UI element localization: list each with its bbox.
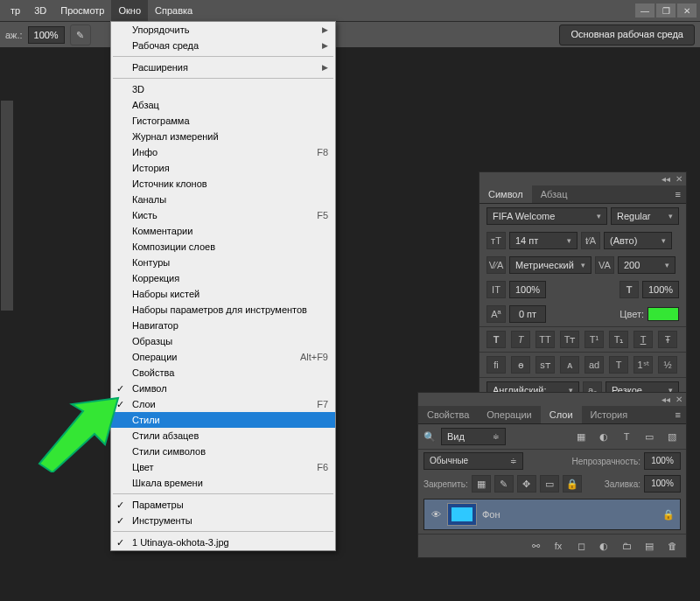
- group-icon[interactable]: 🗀: [618, 538, 635, 554]
- tracking-select[interactable]: 200▾: [618, 256, 676, 274]
- subscript-button[interactable]: T₁: [609, 331, 628, 348]
- tool-icon[interactable]: ✎: [70, 24, 91, 45]
- blend-mode-select[interactable]: Обычные≑: [424, 452, 523, 470]
- menu-item[interactable]: КистьF5: [111, 207, 335, 223]
- menu-item[interactable]: Комментарии: [111, 223, 335, 239]
- filter-shape-icon[interactable]: ▭: [640, 429, 658, 444]
- menu-item[interactable]: ✓Инструменты: [111, 513, 335, 528]
- stylistic-button[interactable]: ᴀ: [560, 356, 579, 374]
- menu-item[interactable]: Композиции слоев: [111, 239, 335, 255]
- filter-type-icon[interactable]: T: [618, 429, 635, 444]
- menu-item[interactable]: Навигатор: [111, 318, 335, 333]
- underline-button[interactable]: T: [634, 331, 653, 348]
- slashed-button[interactable]: ½: [658, 356, 677, 374]
- swash-button[interactable]: sᴛ: [536, 356, 555, 374]
- menu-item[interactable]: Абзац: [111, 97, 335, 113]
- workspace-switcher[interactable]: Основная рабочая среда: [559, 24, 695, 45]
- adjustment-icon[interactable]: ◐: [595, 538, 612, 554]
- delete-icon[interactable]: 🗑: [663, 538, 681, 554]
- tab-history[interactable]: История: [582, 406, 637, 423]
- maximize-button[interactable]: ❐: [656, 3, 676, 17]
- menu-item[interactable]: Коррекция: [111, 270, 335, 286]
- menu-item[interactable]: 3D: [111, 81, 335, 97]
- tab-actions[interactable]: Операции: [478, 406, 540, 423]
- text-color-swatch[interactable]: [648, 307, 679, 321]
- layer-name[interactable]: Фон: [482, 509, 500, 520]
- zoom-input[interactable]: 100%: [28, 26, 65, 44]
- ordinals-button[interactable]: T: [609, 356, 628, 374]
- lock-all-icon[interactable]: 🔒: [563, 475, 582, 493]
- close-button[interactable]: ✕: [677, 3, 696, 17]
- superscript-button[interactable]: T¹: [584, 331, 604, 348]
- menu-item[interactable]: Гистограмма: [111, 113, 335, 129]
- titling-button[interactable]: ad: [584, 356, 604, 374]
- fractions-button[interactable]: 1ˢᵗ: [634, 356, 653, 374]
- tab-character[interactable]: Символ: [480, 185, 532, 203]
- fill-input[interactable]: 100%: [644, 475, 681, 493]
- layer-row[interactable]: 👁 Фон 🔒: [424, 500, 680, 529]
- tab-layers[interactable]: Слои: [541, 406, 582, 423]
- hscale-input[interactable]: 100%: [642, 281, 679, 298]
- menu-item[interactable]: ИнфоF8: [111, 144, 335, 160]
- smallcaps-button[interactable]: Tᴛ: [560, 331, 579, 348]
- italic-button[interactable]: T: [511, 331, 530, 348]
- menu-item[interactable]: ✓Параметры: [111, 497, 335, 513]
- menu-item[interactable]: История: [111, 160, 335, 176]
- panel-menu-icon[interactable]: ≡: [670, 185, 686, 203]
- lock-pixels-icon[interactable]: ▦: [472, 475, 491, 493]
- menu-item[interactable]: Шкала времени: [111, 475, 335, 491]
- menu-item[interactable]: Упорядочить▶: [111, 22, 335, 38]
- lock-artboard-icon[interactable]: ▭: [540, 475, 559, 493]
- menu-item[interactable]: Расширения▶: [111, 59, 335, 75]
- menu-window[interactable]: Окно: [111, 0, 148, 21]
- vscale-input[interactable]: 100%: [509, 281, 546, 298]
- mask-icon[interactable]: ◻: [572, 538, 590, 554]
- menu-item[interactable]: Стили символов: [111, 444, 335, 459]
- tab-properties[interactable]: Свойства: [418, 406, 478, 423]
- menu-item[interactable]: Каналы: [111, 192, 335, 207]
- left-dock[interactable]: [0, 100, 14, 311]
- lock-icon[interactable]: 🔒: [662, 509, 675, 521]
- opacity-input[interactable]: 100%: [644, 452, 681, 470]
- panel-collapse-icon[interactable]: ◂◂: [662, 395, 670, 404]
- layer-thumbnail[interactable]: [447, 503, 477, 526]
- filter-adjust-icon[interactable]: ◐: [595, 429, 612, 444]
- panel-close-icon[interactable]: ✕: [676, 174, 682, 184]
- visibility-icon[interactable]: 👁: [430, 508, 442, 521]
- filter-kind-select[interactable]: Вид≑: [441, 428, 506, 445]
- leading-select[interactable]: (Авто)▾: [604, 232, 672, 249]
- allcaps-button[interactable]: TT: [536, 331, 555, 348]
- menu-item[interactable]: ОперацииAlt+F9: [111, 349, 335, 365]
- tab-paragraph[interactable]: Абзац: [532, 185, 577, 203]
- menu-item[interactable]: ✓1 Utinaya-okhota-3.jpg: [111, 535, 335, 550]
- minimize-button[interactable]: —: [635, 3, 654, 17]
- lock-position-icon[interactable]: ✥: [517, 475, 536, 493]
- menu-item[interactable]: Контуры: [111, 255, 335, 270]
- filter-smart-icon[interactable]: ▧: [663, 429, 681, 444]
- fx-icon[interactable]: fx: [550, 538, 567, 554]
- menu-item[interactable]: ✓СлоиF7: [111, 396, 335, 412]
- ligatures-button[interactable]: fi: [486, 356, 506, 374]
- menu-help[interactable]: Справка: [148, 0, 200, 21]
- menu-item[interactable]: Стили: [111, 412, 335, 428]
- link-layers-icon[interactable]: ⚯: [527, 538, 544, 554]
- menu-item[interactable]: Наборы кистей: [111, 286, 335, 302]
- menu-view[interactable]: Просмотр: [53, 0, 111, 21]
- menu-item[interactable]: ЦветF6: [111, 459, 335, 475]
- menu-3d[interactable]: 3D: [27, 0, 53, 21]
- menu-item[interactable]: ✓Символ: [111, 381, 335, 396]
- bold-button[interactable]: T: [486, 331, 506, 348]
- font-family-select[interactable]: FIFA Welcome▾: [486, 207, 607, 225]
- new-layer-icon[interactable]: ▤: [640, 538, 658, 554]
- font-size-select[interactable]: 14 пт▾: [509, 232, 578, 249]
- kerning-select[interactable]: Метрический▾: [509, 256, 592, 274]
- menu-item[interactable]: Свойства: [111, 365, 335, 381]
- panel-menu-icon[interactable]: ≡: [670, 406, 686, 423]
- filter-pixel-icon[interactable]: ▦: [572, 429, 590, 444]
- strikethrough-button[interactable]: Ŧ: [658, 331, 677, 348]
- font-style-select[interactable]: Regular▾: [611, 207, 679, 225]
- menu-item[interactable]: Стили абзацев: [111, 428, 335, 444]
- menu-item[interactable]: Наборы параметров для инструментов: [111, 302, 335, 318]
- menu-item[interactable]: Источник клонов: [111, 176, 335, 192]
- contextual-button[interactable]: ɵ: [511, 356, 530, 374]
